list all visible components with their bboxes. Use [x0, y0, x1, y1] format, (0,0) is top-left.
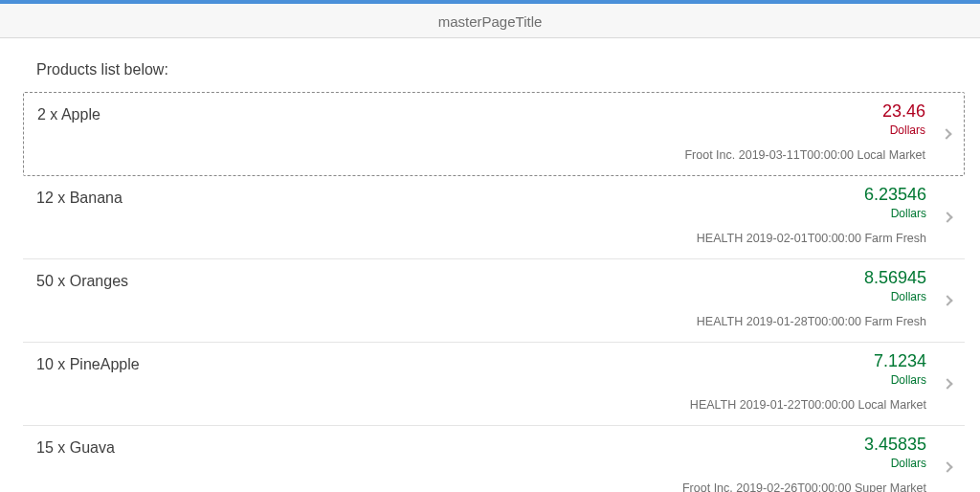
page-title: masterPageTitle — [438, 13, 543, 30]
product-meta: HEALTH 2019-02-01T00:00:00 Farm Fresh — [36, 232, 926, 245]
product-price: 3.45835 — [864, 436, 926, 455]
product-meta: HEALTH 2019-01-28T00:00:00 Farm Fresh — [36, 315, 926, 328]
product-title: 10 x PineApple — [36, 356, 926, 373]
currency-label: Dollars — [874, 373, 926, 387]
price-block: 8.56945Dollars — [864, 269, 926, 303]
product-meta: HEALTH 2019-01-22T00:00:00 Local Market — [36, 398, 926, 412]
product-list-item[interactable]: 12 x Banana6.23546DollarsHEALTH 2019-02-… — [23, 176, 965, 259]
chevron-right-icon — [941, 128, 951, 139]
price-block: 3.45835Dollars — [864, 436, 926, 470]
product-price: 8.56945 — [864, 269, 926, 288]
page-content: Products list below: 2 x Apple23.46Dolla… — [0, 38, 980, 492]
product-title: 15 x Guava — [36, 439, 926, 457]
chevron-right-icon — [942, 295, 952, 305]
product-list: 2 x Apple23.46DollarsFroot Inc. 2019-03-… — [23, 92, 965, 492]
product-list-item[interactable]: 15 x Guava3.45835DollarsFroot Inc. 2019-… — [23, 426, 965, 492]
price-block: 6.23546Dollars — [864, 186, 926, 220]
chevron-right-icon — [942, 378, 952, 389]
chevron-right-icon — [942, 461, 952, 472]
list-heading: Products list below: — [36, 61, 965, 78]
chevron-right-icon — [942, 212, 952, 222]
product-price: 23.46 — [882, 102, 925, 122]
product-title: 12 x Banana — [36, 190, 926, 207]
currency-label: Dollars — [882, 123, 925, 137]
price-block: 23.46Dollars — [882, 102, 925, 137]
currency-label: Dollars — [864, 457, 926, 470]
currency-label: Dollars — [864, 290, 926, 303]
product-meta: Froot Inc. 2019-02-26T00:00:00 Super Mar… — [36, 481, 926, 492]
product-list-item[interactable]: 2 x Apple23.46DollarsFroot Inc. 2019-03-… — [23, 92, 965, 176]
page-header: masterPageTitle — [0, 0, 980, 38]
product-title: 2 x Apple — [37, 106, 925, 123]
product-price: 7.1234 — [874, 352, 926, 371]
currency-label: Dollars — [864, 207, 926, 220]
product-meta: Froot Inc. 2019-03-11T00:00:00 Local Mar… — [37, 148, 925, 162]
product-title: 50 x Oranges — [36, 273, 926, 290]
product-price: 6.23546 — [864, 186, 926, 205]
product-list-item[interactable]: 10 x PineApple7.1234DollarsHEALTH 2019-0… — [23, 343, 965, 426]
price-block: 7.1234Dollars — [874, 352, 926, 387]
product-list-item[interactable]: 50 x Oranges8.56945DollarsHEALTH 2019-01… — [23, 259, 965, 343]
